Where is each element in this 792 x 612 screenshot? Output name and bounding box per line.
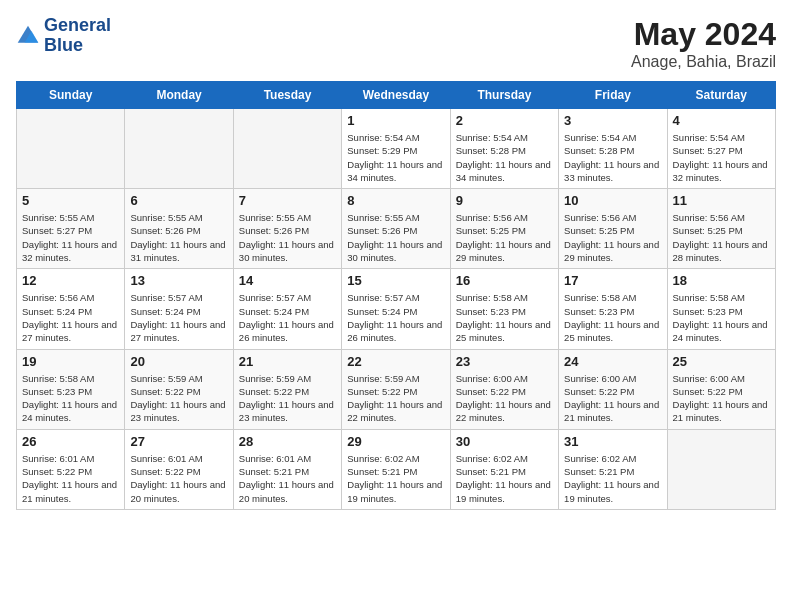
- day-number: 19: [22, 354, 119, 369]
- day-number: 6: [130, 193, 227, 208]
- cell-info: Sunrise: 6:00 AMSunset: 5:22 PMDaylight:…: [673, 372, 770, 425]
- logo-icon: [16, 24, 40, 48]
- day-number: 10: [564, 193, 661, 208]
- calendar-table: SundayMondayTuesdayWednesdayThursdayFrid…: [16, 81, 776, 510]
- day-number: 4: [673, 113, 770, 128]
- cell-info: Sunrise: 5:55 AMSunset: 5:26 PMDaylight:…: [130, 211, 227, 264]
- day-number: 18: [673, 273, 770, 288]
- day-number: 27: [130, 434, 227, 449]
- cell-info: Sunrise: 6:01 AMSunset: 5:21 PMDaylight:…: [239, 452, 336, 505]
- calendar-cell: 14Sunrise: 5:57 AMSunset: 5:24 PMDayligh…: [233, 269, 341, 349]
- day-header-wednesday: Wednesday: [342, 82, 450, 109]
- calendar-cell: 26Sunrise: 6:01 AMSunset: 5:22 PMDayligh…: [17, 429, 125, 509]
- logo: General Blue: [16, 16, 111, 56]
- cell-info: Sunrise: 5:59 AMSunset: 5:22 PMDaylight:…: [130, 372, 227, 425]
- cell-info: Sunrise: 5:54 AMSunset: 5:27 PMDaylight:…: [673, 131, 770, 184]
- cell-info: Sunrise: 5:54 AMSunset: 5:28 PMDaylight:…: [564, 131, 661, 184]
- calendar-cell: 27Sunrise: 6:01 AMSunset: 5:22 PMDayligh…: [125, 429, 233, 509]
- month-year: May 2024: [631, 16, 776, 53]
- title-block: May 2024 Anage, Bahia, Brazil: [631, 16, 776, 71]
- day-header-friday: Friday: [559, 82, 667, 109]
- calendar-cell: 6Sunrise: 5:55 AMSunset: 5:26 PMDaylight…: [125, 189, 233, 269]
- cell-info: Sunrise: 6:02 AMSunset: 5:21 PMDaylight:…: [347, 452, 444, 505]
- calendar-cell: 15Sunrise: 5:57 AMSunset: 5:24 PMDayligh…: [342, 269, 450, 349]
- calendar-cell: 2Sunrise: 5:54 AMSunset: 5:28 PMDaylight…: [450, 109, 558, 189]
- cell-info: Sunrise: 5:57 AMSunset: 5:24 PMDaylight:…: [347, 291, 444, 344]
- cell-info: Sunrise: 5:56 AMSunset: 5:25 PMDaylight:…: [564, 211, 661, 264]
- calendar-week-row: 5Sunrise: 5:55 AMSunset: 5:27 PMDaylight…: [17, 189, 776, 269]
- cell-info: Sunrise: 5:58 AMSunset: 5:23 PMDaylight:…: [564, 291, 661, 344]
- cell-info: Sunrise: 6:02 AMSunset: 5:21 PMDaylight:…: [456, 452, 553, 505]
- calendar-cell: 24Sunrise: 6:00 AMSunset: 5:22 PMDayligh…: [559, 349, 667, 429]
- calendar-cell: 29Sunrise: 6:02 AMSunset: 5:21 PMDayligh…: [342, 429, 450, 509]
- calendar-cell: 18Sunrise: 5:58 AMSunset: 5:23 PMDayligh…: [667, 269, 775, 349]
- calendar-cell: [17, 109, 125, 189]
- calendar-week-row: 12Sunrise: 5:56 AMSunset: 5:24 PMDayligh…: [17, 269, 776, 349]
- day-number: 2: [456, 113, 553, 128]
- calendar-week-row: 26Sunrise: 6:01 AMSunset: 5:22 PMDayligh…: [17, 429, 776, 509]
- day-number: 16: [456, 273, 553, 288]
- day-number: 28: [239, 434, 336, 449]
- day-header-monday: Monday: [125, 82, 233, 109]
- calendar-cell: 31Sunrise: 6:02 AMSunset: 5:21 PMDayligh…: [559, 429, 667, 509]
- day-number: 22: [347, 354, 444, 369]
- day-number: 20: [130, 354, 227, 369]
- logo-text: General Blue: [44, 16, 111, 56]
- cell-info: Sunrise: 5:55 AMSunset: 5:26 PMDaylight:…: [239, 211, 336, 264]
- cell-info: Sunrise: 6:01 AMSunset: 5:22 PMDaylight:…: [130, 452, 227, 505]
- day-number: 3: [564, 113, 661, 128]
- day-number: 24: [564, 354, 661, 369]
- cell-info: Sunrise: 5:57 AMSunset: 5:24 PMDaylight:…: [130, 291, 227, 344]
- day-number: 13: [130, 273, 227, 288]
- calendar-cell: 9Sunrise: 5:56 AMSunset: 5:25 PMDaylight…: [450, 189, 558, 269]
- day-number: 8: [347, 193, 444, 208]
- day-number: 17: [564, 273, 661, 288]
- day-number: 23: [456, 354, 553, 369]
- calendar-week-row: 19Sunrise: 5:58 AMSunset: 5:23 PMDayligh…: [17, 349, 776, 429]
- calendar-cell: 30Sunrise: 6:02 AMSunset: 5:21 PMDayligh…: [450, 429, 558, 509]
- cell-info: Sunrise: 5:55 AMSunset: 5:27 PMDaylight:…: [22, 211, 119, 264]
- calendar-cell: 12Sunrise: 5:56 AMSunset: 5:24 PMDayligh…: [17, 269, 125, 349]
- calendar-cell: 5Sunrise: 5:55 AMSunset: 5:27 PMDaylight…: [17, 189, 125, 269]
- day-number: 11: [673, 193, 770, 208]
- cell-info: Sunrise: 6:02 AMSunset: 5:21 PMDaylight:…: [564, 452, 661, 505]
- cell-info: Sunrise: 5:57 AMSunset: 5:24 PMDaylight:…: [239, 291, 336, 344]
- calendar-cell: 1Sunrise: 5:54 AMSunset: 5:29 PMDaylight…: [342, 109, 450, 189]
- calendar-cell: 21Sunrise: 5:59 AMSunset: 5:22 PMDayligh…: [233, 349, 341, 429]
- calendar-cell: 22Sunrise: 5:59 AMSunset: 5:22 PMDayligh…: [342, 349, 450, 429]
- calendar-week-row: 1Sunrise: 5:54 AMSunset: 5:29 PMDaylight…: [17, 109, 776, 189]
- calendar-cell: 4Sunrise: 5:54 AMSunset: 5:27 PMDaylight…: [667, 109, 775, 189]
- calendar-cell: [667, 429, 775, 509]
- day-header-tuesday: Tuesday: [233, 82, 341, 109]
- day-header-thursday: Thursday: [450, 82, 558, 109]
- cell-info: Sunrise: 5:56 AMSunset: 5:25 PMDaylight:…: [456, 211, 553, 264]
- calendar-cell: 7Sunrise: 5:55 AMSunset: 5:26 PMDaylight…: [233, 189, 341, 269]
- day-number: 21: [239, 354, 336, 369]
- day-number: 29: [347, 434, 444, 449]
- day-number: 15: [347, 273, 444, 288]
- calendar-cell: 11Sunrise: 5:56 AMSunset: 5:25 PMDayligh…: [667, 189, 775, 269]
- calendar-cell: 28Sunrise: 6:01 AMSunset: 5:21 PMDayligh…: [233, 429, 341, 509]
- page-header: General Blue May 2024 Anage, Bahia, Braz…: [16, 16, 776, 71]
- calendar-cell: 19Sunrise: 5:58 AMSunset: 5:23 PMDayligh…: [17, 349, 125, 429]
- calendar-cell: 16Sunrise: 5:58 AMSunset: 5:23 PMDayligh…: [450, 269, 558, 349]
- day-number: 31: [564, 434, 661, 449]
- calendar-cell: 23Sunrise: 6:00 AMSunset: 5:22 PMDayligh…: [450, 349, 558, 429]
- day-number: 14: [239, 273, 336, 288]
- cell-info: Sunrise: 5:58 AMSunset: 5:23 PMDaylight:…: [22, 372, 119, 425]
- calendar-cell: 3Sunrise: 5:54 AMSunset: 5:28 PMDaylight…: [559, 109, 667, 189]
- cell-info: Sunrise: 5:56 AMSunset: 5:24 PMDaylight:…: [22, 291, 119, 344]
- location: Anage, Bahia, Brazil: [631, 53, 776, 71]
- day-header-sunday: Sunday: [17, 82, 125, 109]
- calendar-cell: 10Sunrise: 5:56 AMSunset: 5:25 PMDayligh…: [559, 189, 667, 269]
- calendar-cell: 20Sunrise: 5:59 AMSunset: 5:22 PMDayligh…: [125, 349, 233, 429]
- calendar-cell: 8Sunrise: 5:55 AMSunset: 5:26 PMDaylight…: [342, 189, 450, 269]
- cell-info: Sunrise: 5:59 AMSunset: 5:22 PMDaylight:…: [239, 372, 336, 425]
- day-number: 30: [456, 434, 553, 449]
- day-header-saturday: Saturday: [667, 82, 775, 109]
- day-number: 1: [347, 113, 444, 128]
- calendar-cell: [125, 109, 233, 189]
- calendar-cell: [233, 109, 341, 189]
- cell-info: Sunrise: 5:54 AMSunset: 5:29 PMDaylight:…: [347, 131, 444, 184]
- cell-info: Sunrise: 5:56 AMSunset: 5:25 PMDaylight:…: [673, 211, 770, 264]
